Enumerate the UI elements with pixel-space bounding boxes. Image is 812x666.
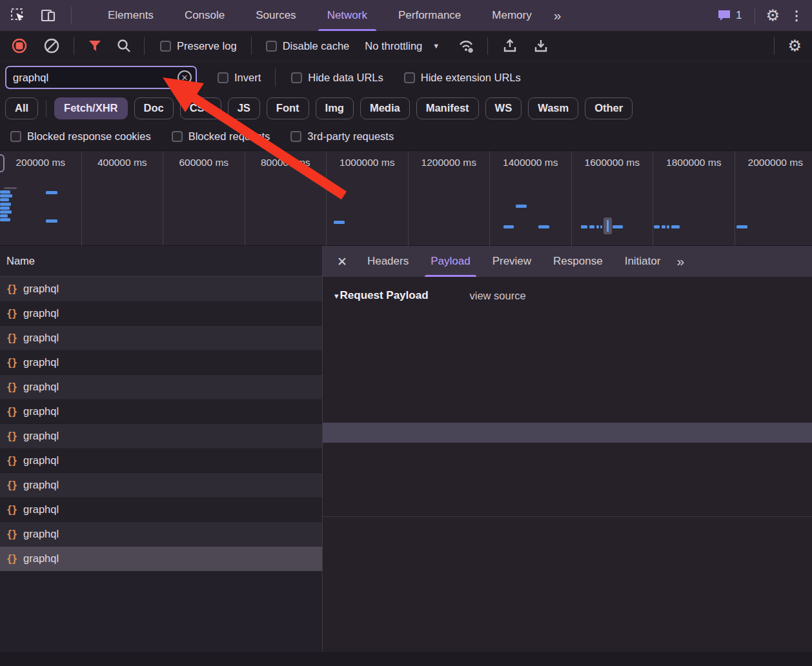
hide-data-urls-checkbox[interactable]: Hide data URLs (291, 72, 383, 84)
overview-request-bar (0, 218, 10, 221)
timeline-column: 1200000 ms (409, 151, 491, 247)
checkbox-box[interactable] (266, 41, 277, 52)
overview-request-bar (662, 225, 665, 228)
blocked-response-cookies-checkbox[interactable]: Blocked response cookies (10, 130, 151, 143)
overview-request-bar (654, 225, 660, 228)
checkbox-box[interactable] (291, 72, 302, 83)
tab-console[interactable]: Console (169, 0, 240, 31)
collapse-twisty-icon[interactable]: ▾ (334, 291, 339, 301)
request-name: graphql (23, 430, 59, 442)
export-har-icon[interactable] (533, 38, 549, 54)
detail-tab-preview[interactable]: Preview (482, 246, 542, 277)
filter-chip-font[interactable]: Font (267, 97, 309, 119)
timeline-tick-label: 2000000 ms (735, 157, 812, 168)
request-row[interactable]: {}graphql (0, 326, 322, 350)
checkbox-box[interactable] (10, 131, 21, 142)
invert-checkbox[interactable]: Invert (218, 72, 261, 84)
payload-variables-line[interactable]: ▶variables: {accountTag: "b12e3b2192ee55… (323, 466, 812, 486)
request-row[interactable]: {}graphql (0, 301, 322, 326)
detail-tab-headers[interactable]: Headers (356, 246, 420, 277)
filter-chip-img[interactable]: Img (316, 97, 354, 119)
issues-chat-icon[interactable] (717, 9, 731, 22)
preserve-log-checkbox[interactable]: Preserve log (160, 40, 237, 52)
request-row[interactable]: {}graphql (0, 350, 322, 375)
import-har-icon[interactable] (502, 38, 518, 54)
request-row[interactable]: {}graphql (0, 399, 322, 424)
more-detail-tabs-icon[interactable]: » (671, 254, 683, 269)
request-row[interactable]: {}graphql (0, 547, 322, 571)
disable-cache-checkbox[interactable]: Disable cache (266, 40, 350, 52)
divider (144, 37, 145, 55)
filter-chip-ws[interactable]: WS (485, 97, 522, 119)
more-tabs-icon[interactable]: » (547, 8, 567, 23)
filter-input[interactable] (6, 72, 196, 84)
overview-request-bar (538, 225, 549, 228)
filter-chip-js[interactable]: JS (228, 97, 260, 119)
overview-request-bar (503, 225, 514, 228)
request-row[interactable]: {}graphql (0, 522, 322, 547)
request-row[interactable]: {}graphql (0, 277, 322, 301)
filter-chip-manifest[interactable]: Manifest (416, 97, 479, 119)
checkbox-box[interactable] (160, 41, 171, 52)
json-braces-icon: {} (6, 455, 17, 467)
timeline-column: 600000 ms (163, 151, 245, 247)
filter-chip-all[interactable]: All (5, 97, 38, 119)
clear-icon[interactable] (44, 38, 59, 54)
request-name: graphql (23, 503, 59, 516)
view-source-link[interactable]: view source (470, 290, 526, 302)
network-overview-timeline[interactable]: 200000 ms400000 ms600000 ms800000 ms1000… (0, 150, 812, 246)
payload-query-line[interactable]: query: "query ipFlowTimeseries($accountT… (323, 423, 812, 443)
timeline-column: 200000 ms (0, 151, 82, 247)
hide-extension-urls-checkbox[interactable]: Hide extension URLs (404, 72, 521, 84)
filter-chip-wasm[interactable]: Wasm (528, 97, 578, 119)
network-conditions-icon[interactable] (458, 38, 476, 54)
request-row[interactable]: {}graphql (0, 473, 322, 498)
blocked-requests-checkbox[interactable]: Blocked requests (172, 130, 270, 143)
main-split: Name {}graphql{}graphql{}graphql{}graphq… (0, 246, 812, 652)
filter-chip-other[interactable]: Other (585, 97, 633, 119)
device-toolbar-icon[interactable] (40, 8, 57, 23)
timeline-tick-label: 400000 ms (82, 157, 163, 168)
tab-network[interactable]: Network (312, 0, 383, 31)
request-row[interactable]: {}graphql (0, 498, 322, 522)
tab-sources[interactable]: Sources (240, 0, 311, 31)
checkbox-box[interactable] (290, 131, 301, 142)
3rd-party-requests-checkbox[interactable]: 3rd-party requests (290, 130, 394, 143)
detail-tab-payload[interactable]: Payload (420, 246, 481, 277)
overview-request-bar (0, 203, 11, 206)
kebab-menu-icon[interactable]: ⋮ (790, 8, 803, 23)
json-braces-icon: {} (6, 357, 17, 368)
overview-handle[interactable] (0, 154, 5, 172)
checkbox-box[interactable] (218, 72, 228, 83)
network-settings-gear-icon[interactable]: ⚙ (787, 37, 802, 55)
detail-tab-response[interactable]: Response (542, 246, 614, 277)
filter-chip-css[interactable]: CSS (180, 97, 221, 119)
record-icon[interactable] (12, 38, 27, 54)
checkbox-box[interactable] (172, 131, 183, 142)
filter-chip-fetch-xhr[interactable]: Fetch/XHR (54, 97, 127, 119)
throttling-select[interactable]: No throttling ▼ (365, 40, 440, 52)
inspect-icon[interactable] (10, 8, 26, 23)
checkbox-box[interactable] (404, 72, 415, 83)
clear-filter-icon[interactable]: ✕ (178, 70, 192, 85)
request-row[interactable]: {}graphql (0, 449, 322, 473)
filter-chip-doc[interactable]: Doc (134, 97, 174, 119)
filter-funnel-icon[interactable] (88, 40, 101, 52)
overview-request-bar (46, 191, 57, 194)
payload-operation-line[interactable]: operationName: "ipFlowTimeseries" (323, 379, 812, 399)
tab-memory[interactable]: Memory (476, 0, 547, 31)
search-icon[interactable] (117, 39, 131, 53)
settings-gear-icon[interactable]: ⚙ (766, 6, 780, 25)
request-row[interactable]: {}graphql (0, 424, 322, 449)
tab-performance[interactable]: Performance (383, 0, 476, 31)
panel-tabs: ElementsConsoleSourcesNetworkPerformance… (92, 0, 547, 31)
close-icon[interactable]: ✕ (336, 254, 356, 269)
tab-elements[interactable]: Elements (92, 0, 169, 31)
overview-request-bar (0, 214, 8, 217)
overview-request-bar (736, 225, 747, 228)
payload-root-line[interactable]: ▼{operationName: "ipFlowTimeseries", var… (323, 336, 812, 356)
request-row[interactable]: {}graphql (0, 375, 322, 399)
name-column-header[interactable]: Name (0, 246, 322, 277)
detail-tab-initiator[interactable]: Initiator (614, 246, 672, 277)
filter-chip-media[interactable]: Media (360, 97, 410, 119)
